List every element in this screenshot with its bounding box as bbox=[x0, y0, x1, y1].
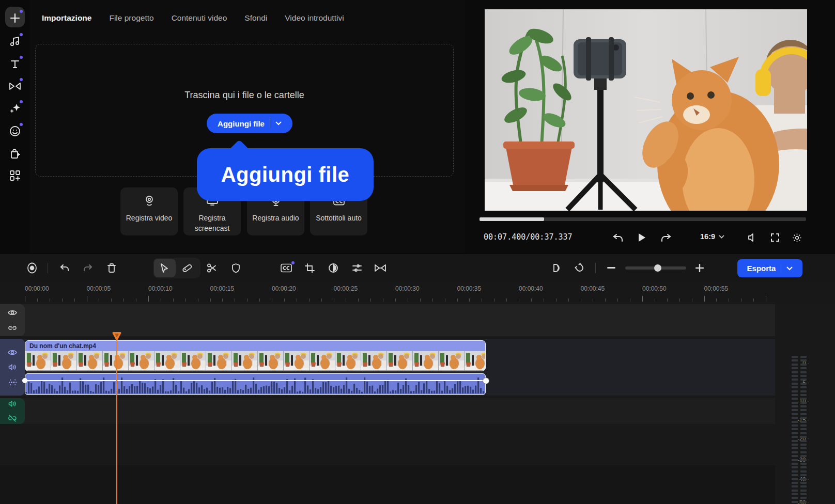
track-motion-effects-icon[interactable] bbox=[7, 377, 18, 387]
tab-file-progetto[interactable]: File progetto bbox=[109, 13, 153, 23]
subtitles-cc-button[interactable] bbox=[278, 260, 295, 276]
chevron-down-icon[interactable] bbox=[786, 266, 793, 271]
timeline-ruler[interactable]: 00:00:0000:00:0500:00:1000:00:1500:00:20… bbox=[0, 282, 835, 303]
export-label: Esporta bbox=[747, 264, 776, 273]
pointer-tool-button[interactable] bbox=[156, 260, 173, 276]
ruler-tick bbox=[741, 298, 741, 302]
video-clip[interactable]: Du nom d'un chat.mp4 bbox=[25, 340, 486, 371]
video-track-row[interactable]: Du nom d'un chat.mp4 bbox=[0, 339, 775, 396]
mute-button[interactable] bbox=[744, 229, 761, 246]
track-volume-icon[interactable] bbox=[7, 399, 18, 409]
play-button[interactable] bbox=[633, 229, 650, 246]
audio-waveform bbox=[25, 374, 485, 394]
ruler-label: 00:00:40 bbox=[519, 285, 543, 292]
ruler-tick bbox=[62, 298, 63, 302]
tab-contenuti-video[interactable]: Contenuti video bbox=[172, 13, 227, 23]
redo-button[interactable] bbox=[80, 260, 96, 276]
crop-button[interactable] bbox=[301, 260, 318, 276]
split-scissors-button[interactable] bbox=[204, 260, 220, 276]
color-adjust-button[interactable] bbox=[325, 260, 342, 276]
envelope-right-handle[interactable] bbox=[483, 377, 489, 384]
magnet-snap-button[interactable] bbox=[571, 260, 588, 276]
delete-button[interactable] bbox=[103, 260, 120, 276]
tile-registra-video[interactable]: Registra video bbox=[120, 187, 178, 235]
ruler-tick bbox=[704, 296, 705, 302]
previous-frame-button[interactable] bbox=[610, 229, 626, 246]
new-content-dot bbox=[20, 56, 23, 59]
ruler-label: 00:00:45 bbox=[581, 285, 605, 292]
chevron-down-icon[interactable] bbox=[275, 121, 282, 125]
ruler-tick bbox=[111, 298, 112, 302]
ruler-tick bbox=[210, 298, 211, 302]
ruler-tick bbox=[185, 298, 186, 302]
ruler-tick bbox=[642, 296, 643, 302]
add-file-button[interactable]: Aggiungi file bbox=[207, 114, 292, 133]
export-button[interactable]: Esporta bbox=[737, 259, 802, 277]
sidebar-item-transitions[interactable] bbox=[0, 75, 30, 98]
audio-levels-button[interactable] bbox=[547, 260, 564, 276]
meter-segment bbox=[792, 402, 798, 404]
meter-segment bbox=[800, 386, 807, 388]
shield-tool-button[interactable] bbox=[227, 260, 244, 276]
meter-segment bbox=[800, 375, 807, 377]
undo-button[interactable] bbox=[56, 260, 73, 276]
sidebar-item-stickers[interactable] bbox=[0, 120, 30, 143]
sidebar-item-effects[interactable] bbox=[0, 97, 30, 120]
tab-video-introduttivi[interactable]: Video introduttivi bbox=[285, 13, 344, 23]
marker-tool-button[interactable] bbox=[179, 260, 195, 276]
playhead-handle[interactable] bbox=[112, 331, 122, 343]
tab-importazione[interactable]: Importazione bbox=[42, 13, 91, 23]
meter-segment bbox=[800, 493, 807, 495]
zoom-slider-knob[interactable] bbox=[654, 264, 661, 272]
transition-button[interactable] bbox=[372, 260, 389, 276]
sidebar-item-audio[interactable] bbox=[0, 30, 30, 53]
meter-segment bbox=[792, 409, 798, 411]
ruler-tick bbox=[457, 298, 458, 302]
sidebar-item-extensions[interactable] bbox=[0, 164, 30, 187]
track-volume-icon[interactable] bbox=[7, 362, 18, 372]
meter-segment bbox=[792, 444, 798, 446]
add-file-tooltip: Aggiungi file bbox=[197, 148, 374, 201]
preview-seekbar[interactable] bbox=[480, 217, 806, 221]
app-window: ImportazioneFile progettoContenuti video… bbox=[0, 0, 835, 504]
zoom-out-button[interactable] bbox=[603, 260, 620, 276]
import-panel: ImportazioneFile progettoContenuti video… bbox=[30, 0, 465, 253]
next-frame-button[interactable] bbox=[658, 229, 674, 246]
toolbar-divider bbox=[595, 263, 596, 273]
meter-segment bbox=[800, 444, 807, 446]
volume-envelope-line[interactable] bbox=[25, 380, 485, 381]
meter-segment bbox=[800, 421, 807, 423]
fullscreen-button[interactable] bbox=[767, 229, 783, 246]
ruler-tick bbox=[445, 298, 445, 302]
filmstrip-frame bbox=[335, 351, 361, 370]
sidebar-item-titles[interactable] bbox=[0, 53, 30, 75]
ruler-tick bbox=[235, 298, 235, 302]
audio-track-row[interactable] bbox=[0, 398, 775, 424]
filmstrip-frame bbox=[465, 351, 485, 370]
track-link-icon[interactable] bbox=[7, 323, 18, 333]
record-button[interactable] bbox=[24, 260, 40, 276]
aspect-ratio-select[interactable]: 16:9 bbox=[700, 232, 724, 241]
meter-segment bbox=[792, 405, 798, 407]
track-visibility-eye-icon[interactable] bbox=[7, 347, 18, 357]
filmstrip-frame bbox=[413, 351, 439, 370]
settings-gear-icon[interactable] bbox=[788, 229, 805, 246]
envelope-left-handle[interactable] bbox=[22, 378, 27, 383]
filmstrip-frame bbox=[310, 351, 335, 370]
tab-sfondi[interactable]: Sfondi bbox=[244, 13, 267, 23]
track-unlink-icon[interactable] bbox=[7, 413, 18, 423]
new-content-dot bbox=[20, 100, 23, 103]
ruler-tick bbox=[161, 298, 161, 302]
ruler-label: 00:00:15 bbox=[210, 285, 235, 292]
timeline-zoom-slider[interactable] bbox=[625, 266, 686, 270]
audio-clip[interactable] bbox=[25, 373, 486, 395]
meter-bar-R bbox=[800, 356, 807, 504]
ruler-tick bbox=[87, 296, 87, 302]
track-visibility-eye-icon[interactable] bbox=[7, 308, 18, 318]
parameters-sliders-button[interactable] bbox=[349, 260, 365, 276]
zoom-in-button[interactable] bbox=[691, 260, 708, 276]
ruler-tick bbox=[593, 298, 593, 302]
sidebar-item-stock[interactable] bbox=[0, 143, 30, 165]
sidebar-item-import-plus[interactable] bbox=[0, 7, 30, 29]
filmstrip-frame bbox=[439, 351, 465, 370]
